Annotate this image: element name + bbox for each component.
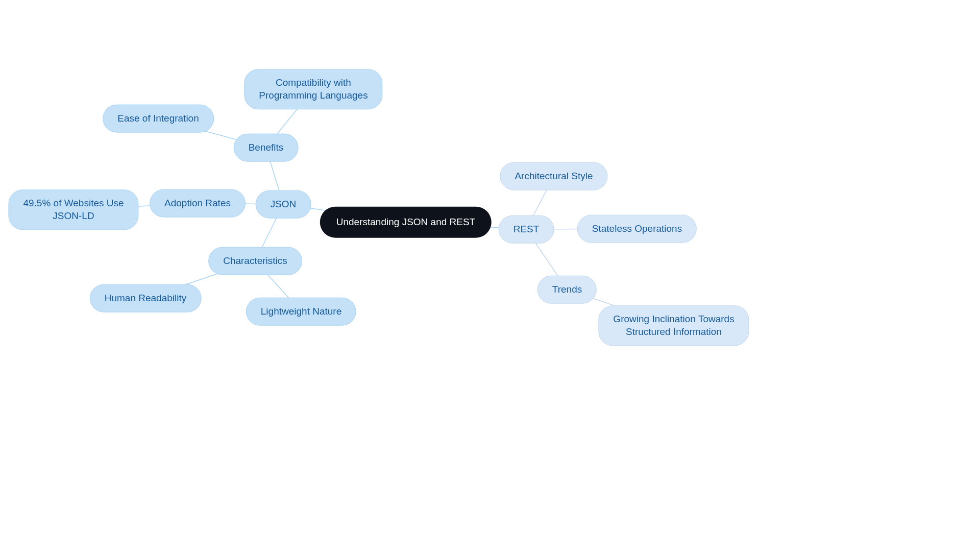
node-human-readability[interactable]: Human Readability xyxy=(90,284,202,312)
node-characteristics-label: Characteristics xyxy=(223,255,287,268)
node-lightweight[interactable]: Lightweight Nature xyxy=(246,298,356,326)
node-adoption-label: Adoption Rates xyxy=(164,197,231,210)
node-benefits-label: Benefits xyxy=(249,141,284,154)
node-stateless-operations[interactable]: Stateless Operations xyxy=(577,215,697,243)
node-ease-of-integration[interactable]: Ease of Integration xyxy=(103,105,214,133)
node-characteristics[interactable]: Characteristics xyxy=(208,247,302,275)
node-structured-label: Growing Inclination Towards Structured I… xyxy=(613,313,734,338)
node-stateless-label: Stateless Operations xyxy=(592,223,682,235)
node-adoption-rates[interactable]: Adoption Rates xyxy=(150,189,246,218)
node-center[interactable]: Understanding JSON and REST xyxy=(320,207,492,238)
node-ease-label: Ease of Integration xyxy=(117,112,199,125)
node-rest[interactable]: REST xyxy=(499,215,554,244)
node-center-label: Understanding JSON and REST xyxy=(336,216,475,229)
edge-layer xyxy=(0,0,980,553)
node-json-label: JSON xyxy=(271,198,297,211)
node-compat-label: Compatibility with Programming Languages xyxy=(259,77,368,102)
node-compatibility[interactable]: Compatibility with Programming Languages xyxy=(244,69,382,109)
node-architectural-style[interactable]: Architectural Style xyxy=(500,162,607,190)
node-trends[interactable]: Trends xyxy=(537,276,597,304)
node-rest-label: REST xyxy=(513,223,540,236)
node-lightweight-label: Lightweight Nature xyxy=(261,305,341,318)
node-stat-label: 49.5% of Websites Use JSON-LD xyxy=(23,197,124,222)
node-benefits[interactable]: Benefits xyxy=(234,134,299,162)
node-human-label: Human Readability xyxy=(105,292,187,305)
node-json[interactable]: JSON xyxy=(256,190,311,219)
node-adoption-stat[interactable]: 49.5% of Websites Use JSON-LD xyxy=(8,189,138,230)
node-arch-label: Architectural Style xyxy=(514,170,593,183)
node-trends-label: Trends xyxy=(552,283,582,296)
node-structured-info[interactable]: Growing Inclination Towards Structured I… xyxy=(598,305,749,346)
